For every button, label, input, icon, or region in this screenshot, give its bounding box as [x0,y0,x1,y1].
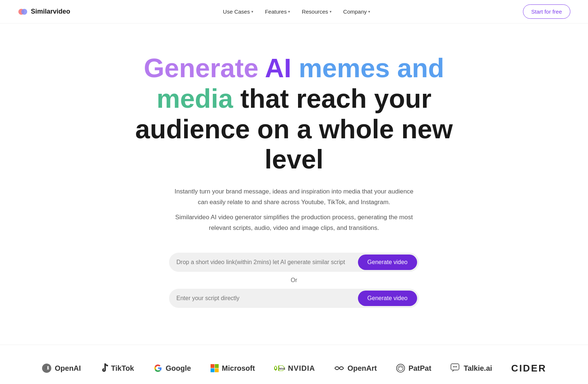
tiktok-icon [100,363,108,373]
svg-point-8 [397,364,405,372]
brand-openart: OpenArt [334,364,377,373]
title-memes: memes [299,53,397,83]
svg-point-13 [456,366,457,367]
brand-tiktok-label: TikTok [111,364,134,373]
title-ai: AI [265,53,299,83]
logo-text: Similarvideo [31,8,70,15]
chevron-down-icon: ▾ [330,10,331,14]
brand-openai: OpenAI [42,363,81,373]
title-and: and [397,53,444,83]
brand-talkieai: Talkie.ai [451,363,492,373]
nvidia-icon: NVIDIA [274,364,285,372]
svg-rect-4 [215,364,219,368]
script-input-row: Generate video [169,289,419,308]
svg-point-12 [454,366,455,367]
brand-nvidia-label: NVIDIA [288,364,315,373]
brand-google: Google [153,363,191,373]
chevron-down-icon: ▾ [251,10,253,14]
hero-subtitle1: Instantly turn your brand message, ideas… [169,186,419,208]
svg-point-1 [21,9,27,15]
video-link-input-row: Generate video [169,253,419,272]
navigation: Similarvideo Use Cases ▾ Features ▾ Reso… [0,0,588,24]
brand-patpat: PatPat [396,363,431,373]
brand-openai-label: OpenAI [55,364,81,373]
svg-rect-3 [211,364,215,368]
script-input[interactable] [176,291,358,305]
brand-cider: CIDER [511,363,546,374]
talkieai-icon [451,363,461,373]
generate-video-button-1[interactable]: Generate video [358,255,417,270]
brands-section: OpenAI TikTok Google [0,345,588,384]
google-icon [153,363,163,373]
title-generate: Generate [144,53,265,83]
brand-google-label: Google [166,364,191,373]
input-area: Generate video Or Generate video [169,253,419,308]
nav-use-cases[interactable]: Use Cases ▾ [219,6,258,18]
brand-patpat-label: PatPat [408,364,431,373]
brand-talkieai-label: Talkie.ai [464,364,492,373]
patpat-icon [396,363,405,373]
nav-resources[interactable]: Resources ▾ [297,6,336,18]
svg-rect-5 [211,369,215,373]
brand-microsoft: Microsoft [210,364,255,373]
openai-icon [42,363,52,373]
svg-point-9 [398,366,403,371]
nav-links: Use Cases ▾ Features ▾ Resources ▾ Compa… [219,6,374,18]
chevron-down-icon: ▾ [368,10,370,14]
chevron-down-icon: ▾ [288,10,290,14]
hero-subtitle2: Similarvideo AI video generator simplifi… [169,212,419,234]
video-link-input[interactable] [176,255,358,269]
hero-title: Generate AI memes and media that reach y… [129,53,459,175]
brand-openart-label: OpenArt [347,364,377,373]
svg-text:NVIDIA: NVIDIA [279,367,285,370]
brand-cider-label: CIDER [511,363,546,374]
brand-microsoft-label: Microsoft [222,364,255,373]
svg-rect-6 [215,369,219,373]
brand-nvidia: NVIDIA NVIDIA [274,364,315,373]
svg-point-11 [453,366,454,367]
nav-features[interactable]: Features ▾ [261,6,294,18]
hero-section: Generate AI memes and media that reach y… [0,24,588,330]
or-divider: Or [291,277,297,284]
openart-icon [334,365,344,372]
title-media: media [157,84,233,113]
logo[interactable]: Similarvideo [18,7,70,17]
brand-tiktok: TikTok [100,363,134,373]
nav-company[interactable]: Company ▾ [339,6,374,18]
microsoft-icon [210,364,219,373]
start-for-free-button[interactable]: Start for free [523,4,570,19]
generate-video-button-2[interactable]: Generate video [358,291,417,306]
